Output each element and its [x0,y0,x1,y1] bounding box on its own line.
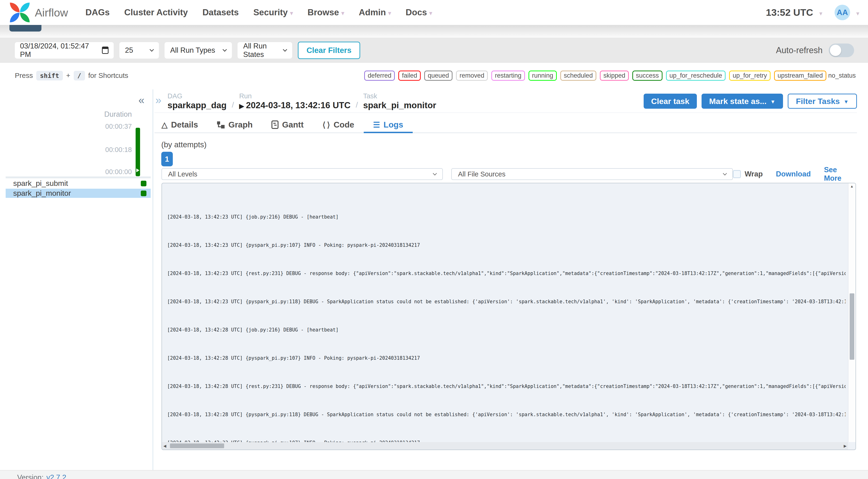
state-legend-badge[interactable]: up_for_retry [729,71,771,81]
state-legend-badge[interactable]: up_for_reschedule [666,71,726,81]
play-icon: ▶ [239,103,244,109]
meta-row: Press shift + / for Shortcuts deferred f… [0,70,868,81]
wrap-checkbox-group[interactable]: Wrap [733,170,763,178]
gantt-icon [272,121,279,129]
tab-logs[interactable]: ☰ Logs [364,118,413,133]
log-line: [2024-03-18, 13:42:23 UTC] {pyspark_pi.p… [167,242,846,249]
clear-task-button[interactable]: Clear task [644,94,697,109]
state-legend-badge[interactable]: deferred [364,71,395,81]
run-link[interactable]: ▶2024-03-18, 13:42:16 UTC [239,100,350,110]
wrap-checkbox[interactable] [733,170,741,178]
nav-security[interactable]: Security▾ [253,7,293,18]
vertical-scroll-thumb[interactable] [850,293,854,360]
state-legend-badge[interactable]: skipped [600,71,629,81]
horizontal-scroll-thumb[interactable] [170,444,224,448]
state-legend-badge[interactable]: queued [424,71,453,81]
expand-panel-icon[interactable]: » [155,94,161,106]
mark-state-button[interactable]: Mark state as...▼ [702,94,783,109]
scroll-right-icon[interactable]: ▶ [844,444,846,448]
file-sources-select[interactable]: All File Sources [451,168,733,180]
chevron-down-icon: ▼ [843,99,849,105]
code-icon: ⟨ ⟩ [322,120,330,129]
wrap-label: Wrap [745,170,763,178]
logs-icon: ☰ [373,120,380,129]
breadcrumb-run: Run ▶2024-03-18, 13:42:16 UTC [239,92,350,110]
panel-divider[interactable] [153,89,153,470]
duration-tick: 00:00:37 [0,123,132,130]
auto-refresh-toggle[interactable] [829,43,854,57]
collapse-sidebar-icon[interactable]: « [138,94,145,106]
state-legend-no-status[interactable]: no_status [828,72,856,79]
log-levels-select[interactable]: All Levels [161,168,443,180]
duration-tick: 00:00:00 [0,168,132,176]
state-legend-badge[interactable]: removed [456,71,488,81]
log-line: [2024-03-18, 13:42:23 UTC] {rest.py:231}… [167,270,846,277]
auto-refresh-group: Auto-refresh [776,43,854,57]
graph-icon [217,121,225,129]
task-status-square[interactable] [141,191,147,196]
details-icon: △ [161,120,167,129]
state-legend-badge[interactable]: upstream_failed [774,71,826,81]
dag-link[interactable]: sparkapp_dag [167,100,227,110]
utc-clock[interactable]: 13:52 UTC [766,7,813,18]
state-legend-badge[interactable]: running [529,71,557,81]
vertical-scrollbar[interactable]: ▲ [848,183,856,442]
filter-bar: 03/18/2024, 01:52:47 PM 25 All Run Types… [0,38,868,63]
tab-details[interactable]: △ Details [154,118,208,133]
log-line: [2024-03-18, 13:42:23 UTC] {job.py:216} … [167,213,846,220]
logo-petal-green [20,13,30,22]
attempt-1-button[interactable]: 1 [161,152,173,166]
toggle-knob [830,45,841,56]
tab-code[interactable]: ⟨ ⟩ Code [313,118,364,133]
chevron-down-icon [222,47,227,52]
filter-tasks-button[interactable]: Filter Tasks▼ [788,94,857,109]
calendar-icon[interactable] [102,46,108,54]
breadcrumb: DAG sparkapp_dag / Run ▶2024-03-18, 13:4… [167,92,436,110]
task-status-square[interactable] [141,181,147,186]
state-legend-badge[interactable]: scheduled [560,71,596,81]
chevron-down-icon[interactable]: ▾ [856,10,859,17]
main-nav: DAGs Cluster Activity Datasets Security▾… [86,7,432,18]
download-link[interactable]: Download [776,170,811,178]
log-controls: All Levels All File Sources Wrap Downloa… [161,168,856,180]
footer: Version: v2.7.2 [0,470,868,479]
see-more-link[interactable]: See More [824,166,856,183]
tab-gantt[interactable]: Gantt [262,118,313,133]
nav-datasets[interactable]: Datasets [203,7,239,18]
tab-graph[interactable]: Graph [208,118,262,133]
nav-dags[interactable]: DAGs [86,7,110,18]
logo-petal-blue [10,13,20,22]
breadcrumb-task: Task spark_pi_monitor [363,92,436,110]
log-lines: [2024-03-18, 13:42:23 UTC] {job.py:216} … [167,185,846,449]
version-link[interactable]: v2.7.2 [46,473,66,479]
airflow-logo-icon[interactable] [9,2,30,23]
nav-admin[interactable]: Admin▾ [359,7,391,18]
avatar[interactable]: AA [835,5,850,20]
page-size-select[interactable]: 25 [119,42,159,59]
chevron-down-icon: ▾ [290,10,293,17]
nav-docs[interactable]: Docs▾ [406,7,432,18]
scroll-left-icon[interactable]: ◀ [163,444,166,448]
state-legend-badge[interactable]: restarting [491,71,525,81]
detail-tabs: △ Details Graph Gantt ⟨ ⟩ Code ☰ Logs [154,118,857,133]
logo-petal-cyan [20,3,30,12]
brand-title: Airflow [35,6,68,19]
base-date-input[interactable]: 03/18/2024, 01:52:47 PM [15,42,114,59]
clear-filters-button[interactable]: Clear Filters [298,42,360,59]
nav-cluster-activity[interactable]: Cluster Activity [124,7,188,18]
nav-browse[interactable]: Browse▾ [307,7,344,18]
state-legend-badge[interactable]: failed [398,71,421,81]
state-legend-badge[interactable]: success [632,71,662,81]
horizontal-scrollbar[interactable]: ◀ ▶ [162,442,848,450]
log-line: [2024-03-18, 13:42:28 UTC] {rest.py:231}… [167,383,846,390]
breadcrumb-dag: DAG sparkapp_dag [167,92,227,110]
task-row-spark-pi-submit[interactable]: spark_pi_submit [6,179,151,188]
log-line: [2024-03-18, 13:42:28 UTC] {pyspark_pi.p… [167,411,846,418]
run-types-select[interactable]: All Run Types [164,42,232,59]
task-link[interactable]: spark_pi_monitor [363,100,436,110]
scroll-up-icon[interactable]: ▲ [850,184,854,188]
task-row-spark-pi-monitor[interactable]: spark_pi_monitor [6,189,151,198]
shortcuts-hint: Press shift + / for Shortcuts [15,71,128,81]
chevron-down-icon[interactable]: ▾ [819,10,822,17]
run-states-select[interactable]: All Run States [238,42,292,59]
